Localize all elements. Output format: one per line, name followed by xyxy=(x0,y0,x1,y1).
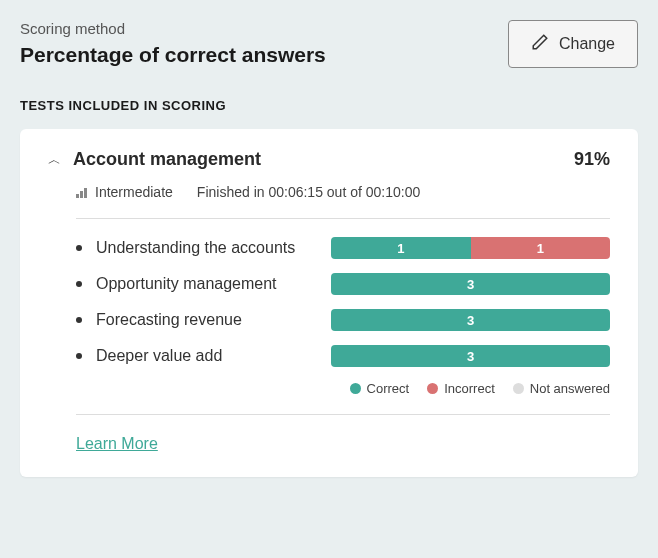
segment-correct: 3 xyxy=(331,345,610,367)
segment-correct: 3 xyxy=(331,273,610,295)
skills-list: Understanding the accounts11Opportunity … xyxy=(48,237,610,367)
segment-correct: 3 xyxy=(331,309,610,331)
skill-row: Forecasting revenue3 xyxy=(76,309,610,331)
skill-name: Understanding the accounts xyxy=(96,239,331,257)
legend-correct: Correct xyxy=(367,381,410,396)
scoring-method-block: Scoring method Percentage of correct ans… xyxy=(20,20,508,67)
scoring-method-label: Scoring method xyxy=(20,20,508,37)
bullet xyxy=(76,281,82,287)
legend-incorrect: Incorrect xyxy=(444,381,495,396)
pencil-icon xyxy=(531,33,549,55)
segment-correct: 1 xyxy=(331,237,471,259)
divider xyxy=(76,414,610,415)
legend: Correct Incorrect Not answered xyxy=(48,381,610,396)
change-button[interactable]: Change xyxy=(508,20,638,68)
test-header[interactable]: ︿ Account management 91% xyxy=(48,149,610,170)
test-score: 91% xyxy=(574,149,610,170)
segment-incorrect: 1 xyxy=(471,237,611,259)
test-title: Account management xyxy=(73,149,261,170)
bullet xyxy=(76,317,82,323)
scoring-method-value: Percentage of correct answers xyxy=(20,43,508,67)
test-meta: Intermediate Finished in 00:06:15 out of… xyxy=(48,184,610,200)
divider xyxy=(76,218,610,219)
bullet xyxy=(76,353,82,359)
swatch-incorrect xyxy=(427,383,438,394)
change-button-label: Change xyxy=(559,35,615,53)
skill-bar: 3 xyxy=(331,309,610,331)
skill-row: Understanding the accounts11 xyxy=(76,237,610,259)
skill-row: Deeper value add3 xyxy=(76,345,610,367)
skill-name: Forecasting revenue xyxy=(96,311,331,329)
level-icon xyxy=(76,187,87,198)
learn-more-link[interactable]: Learn More xyxy=(76,435,158,453)
swatch-na xyxy=(513,383,524,394)
test-timing: Finished in 00:06:15 out of 00:10:00 xyxy=(197,184,420,200)
bullet xyxy=(76,245,82,251)
section-label: TESTS INCLUDED IN SCORING xyxy=(20,98,638,113)
test-level: Intermediate xyxy=(95,184,173,200)
skill-bar: 11 xyxy=(331,237,610,259)
skill-bar: 3 xyxy=(331,273,610,295)
legend-na: Not answered xyxy=(530,381,610,396)
swatch-correct xyxy=(350,383,361,394)
skill-name: Deeper value add xyxy=(96,347,331,365)
test-card: ︿ Account management 91% Intermediate Fi… xyxy=(20,129,638,477)
skill-bar: 3 xyxy=(331,345,610,367)
skill-row: Opportunity management3 xyxy=(76,273,610,295)
skill-name: Opportunity management xyxy=(96,275,331,293)
chevron-up-icon: ︿ xyxy=(48,151,61,169)
